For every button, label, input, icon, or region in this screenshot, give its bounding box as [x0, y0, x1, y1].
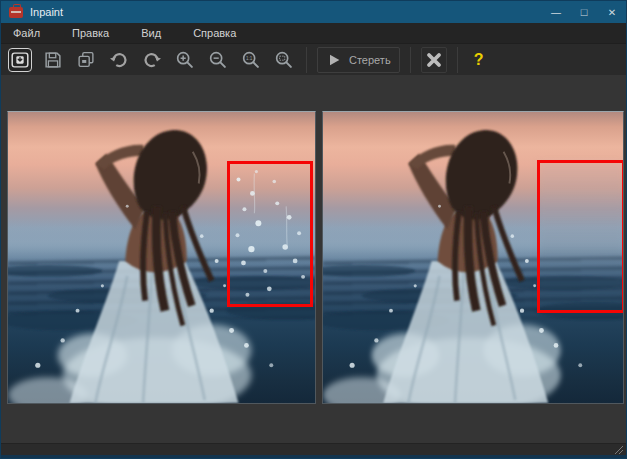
zoom-in-icon [174, 49, 196, 71]
zoom-in-button[interactable] [173, 48, 197, 72]
copy-icon [75, 49, 97, 71]
menubar: Файл Правка Вид Справка [1, 23, 626, 44]
toolbar: 1:1 Стереть ? [1, 44, 626, 75]
undo-icon [108, 49, 130, 71]
titlebar[interactable]: Inpaint — □ ✕ [1, 1, 626, 23]
zoom-fit-icon [273, 49, 295, 71]
cancel-button[interactable] [421, 47, 447, 73]
menu-view[interactable]: Вид [137, 25, 165, 41]
help-button[interactable]: ? [468, 48, 490, 72]
inpaint-window: Inpaint — □ ✕ Файл Правка Вид Справка [0, 0, 627, 459]
toolbar-separator [457, 47, 458, 73]
erase-button-label: Стереть [349, 54, 391, 66]
toolbar-separator [410, 47, 411, 73]
zoom-out-icon [207, 49, 229, 71]
cancel-x-icon [424, 50, 444, 70]
save-icon [42, 49, 64, 71]
menu-file[interactable]: Файл [9, 25, 44, 41]
minimize-button[interactable]: — [542, 1, 570, 23]
svg-text:1:1: 1:1 [246, 56, 253, 61]
open-image-icon [9, 49, 31, 71]
zoom-out-button[interactable] [206, 48, 230, 72]
play-icon [326, 52, 342, 68]
zoom-fit-button[interactable] [272, 48, 296, 72]
result-photo [322, 111, 624, 404]
resize-grip[interactable] [613, 444, 623, 454]
statusbar [1, 443, 626, 455]
close-button[interactable]: ✕ [598, 1, 626, 23]
undo-button[interactable] [107, 48, 131, 72]
marked-region-rectangle [227, 161, 313, 307]
zoom-actual-size-button[interactable]: 1:1 [239, 48, 263, 72]
maximize-button[interactable]: □ [570, 1, 598, 23]
zoom-actual-size-icon: 1:1 [240, 49, 262, 71]
menu-edit[interactable]: Правка [68, 25, 113, 41]
redo-button[interactable] [140, 48, 164, 72]
marked-region-rectangle [537, 160, 624, 313]
app-icon [9, 7, 23, 18]
menu-help[interactable]: Справка [189, 25, 240, 41]
window-title: Inpaint [30, 6, 63, 18]
image-canvas [1, 75, 626, 443]
toolbar-separator [306, 47, 307, 73]
original-photo[interactable] [7, 111, 316, 404]
redo-icon [141, 49, 163, 71]
window-bottom-border [1, 455, 626, 458]
copy-button[interactable] [74, 48, 98, 72]
save-button[interactable] [41, 48, 65, 72]
open-image-button[interactable] [8, 48, 32, 72]
window-controls: — □ ✕ [542, 1, 626, 23]
erase-button[interactable]: Стереть [317, 47, 400, 73]
